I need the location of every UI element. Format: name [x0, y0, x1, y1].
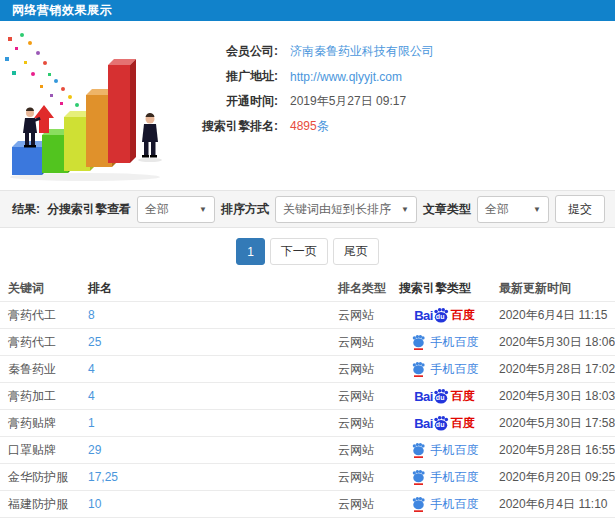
engine-rank-row: 搜索引擎排名: 4895条	[178, 114, 434, 139]
rank-type-cell: 云网站	[335, 334, 397, 351]
member-info-list: 会员公司: 济南秦鲁药业科技有限公司 推广地址: http://www.qlyy…	[178, 29, 434, 190]
rank-link[interactable]: 25	[85, 335, 335, 349]
engine-type-cell: Baidu百度 手机百度	[397, 307, 492, 324]
company-label: 会员公司:	[178, 43, 278, 60]
rank-link[interactable]: 17,25	[85, 470, 335, 484]
table-row: 秦鲁药业 4 云网站 Baidu百度 手机百度 2020年5月28日 17:02	[0, 355, 615, 382]
mobile-baidu-icon: 手机百度	[411, 469, 479, 486]
rank-link[interactable]: 4	[85, 389, 335, 403]
rank-link[interactable]: 1	[85, 416, 335, 430]
next-page-button[interactable]: 下一页	[270, 238, 328, 265]
sort-label: 排序方式	[221, 201, 269, 218]
engine-select[interactable]: 全部 ▼	[137, 196, 215, 223]
article-type-select-value: 全部	[485, 201, 509, 218]
engine-type-cell: Baidu百度 手机百度	[397, 442, 492, 459]
rank-link[interactable]: 29	[85, 443, 335, 457]
article-type-label: 文章类型	[423, 201, 471, 218]
promo-url-link[interactable]: http://www.qlyyjt.com	[290, 70, 402, 84]
keyword-cell: 膏药代工	[0, 307, 85, 324]
updated-cell: 2020年5月28日 16:55	[492, 442, 615, 459]
page-title: 网络营销效果展示	[12, 2, 112, 19]
updated-cell: 2020年6月20日 09:25	[492, 469, 615, 486]
submit-button[interactable]: 提交	[555, 195, 605, 223]
table-row: 口罩贴牌 29 云网站 Baidu百度 手机百度 2020年5月28日 16:5…	[0, 436, 615, 463]
baidu-logo-icon: Baidu百度	[414, 307, 475, 324]
rank-type-cell: 云网站	[335, 496, 397, 513]
rank-type-cell: 云网站	[335, 415, 397, 432]
filter-controls: 分搜索引擎查看 全部 ▼ 排序方式 关键词由短到长排序 ▼ 文章类型 全部 ▼ …	[47, 195, 605, 223]
keyword-cell: 口罩贴牌	[0, 442, 85, 459]
table-row: 金华防护服 17,25 云网站 Baidu百度 手机百度 2020年6月20日 …	[0, 463, 615, 490]
engine-type-cell: Baidu百度 手机百度	[397, 415, 492, 432]
table-row: 膏药代工 8 云网站 Baidu百度 手机百度 2020年6月4日 11:15	[0, 301, 615, 328]
header-rank: 排名	[85, 280, 335, 297]
filter-bar: 结果: 分搜索引擎查看 全部 ▼ 排序方式 关键词由短到长排序 ▼ 文章类型 全…	[0, 190, 615, 228]
keyword-cell: 膏药代工	[0, 334, 85, 351]
keyword-cell: 膏药贴牌	[0, 415, 85, 432]
mobile-baidu-icon: 手机百度	[411, 442, 479, 459]
baidu-logo-icon: Baidu百度	[414, 415, 475, 432]
growth-chart-illustration	[0, 29, 178, 184]
open-time-label: 开通时间:	[178, 93, 278, 110]
confetti-dots	[5, 33, 94, 123]
engine-type-cell: Baidu百度 手机百度	[397, 388, 492, 405]
engine-select-value: 全部	[145, 201, 169, 218]
pagination: 1 下一页 尾页	[0, 228, 615, 275]
member-info-section: 会员公司: 济南秦鲁药业科技有限公司 推广地址: http://www.qlyy…	[0, 21, 615, 190]
result-label: 结果:	[12, 201, 47, 218]
table-header-row: 关键词 排名 排名类型 搜索引擎类型 最新更新时间	[0, 275, 615, 301]
rank-unit: 条	[317, 119, 329, 133]
engine-type-cell: Baidu百度 手机百度	[397, 496, 492, 513]
keyword-cell: 金华防护服	[0, 469, 85, 486]
keyword-cell: 福建防护服	[0, 496, 85, 513]
promo-url-label: 推广地址:	[178, 68, 278, 85]
updated-cell: 2020年5月30日 17:58	[492, 415, 615, 432]
updated-cell: 2020年6月4日 11:10	[492, 496, 615, 513]
rank-type-cell: 云网站	[335, 307, 397, 324]
updated-cell: 2020年6月4日 11:15	[492, 307, 615, 324]
engine-type-cell: Baidu百度 手机百度	[397, 334, 492, 351]
updated-cell: 2020年5月30日 18:06	[492, 334, 615, 351]
results-table: 关键词 排名 排名类型 搜索引擎类型 最新更新时间 膏药代工 8 云网站 Bai…	[0, 275, 615, 520]
chevron-down-icon: ▼	[401, 205, 409, 214]
engine-rank-label: 搜索引擎排名:	[178, 118, 278, 135]
rank-type-cell: 云网站	[335, 388, 397, 405]
header-updated: 最新更新时间	[492, 280, 615, 297]
header-keyword: 关键词	[0, 280, 85, 297]
mobile-baidu-icon: 手机百度	[411, 334, 479, 351]
chevron-down-icon: ▼	[199, 205, 207, 214]
updated-cell: 2020年5月30日 18:03	[492, 388, 615, 405]
table-row: 膏药代工 25 云网站 Baidu百度 手机百度 2020年5月30日 18:0…	[0, 328, 615, 355]
rank-link[interactable]: 4	[85, 362, 335, 376]
rank-type-cell: 云网站	[335, 442, 397, 459]
page-title-bar: 网络营销效果展示	[0, 0, 615, 21]
rank-type-cell: 云网站	[335, 469, 397, 486]
baidu-logo-icon: Baidu百度	[414, 388, 475, 405]
rank-type-cell: 云网站	[335, 361, 397, 378]
engine-filter-label: 分搜索引擎查看	[47, 201, 131, 218]
company-row: 会员公司: 济南秦鲁药业科技有限公司	[178, 39, 434, 64]
open-time-value: 2019年5月27日 09:17	[290, 93, 406, 110]
sort-select[interactable]: 关键词由短到长排序 ▼	[275, 196, 417, 223]
rank-link[interactable]: 8	[85, 308, 335, 322]
promo-url-row: 推广地址: http://www.qlyyjt.com	[178, 64, 434, 89]
engine-rank-value: 4895条	[290, 118, 329, 135]
keyword-cell: 秦鲁药业	[0, 361, 85, 378]
last-page-button[interactable]: 尾页	[333, 238, 379, 265]
engine-type-cell: Baidu百度 手机百度	[397, 469, 492, 486]
sort-select-value: 关键词由短到长排序	[283, 201, 391, 218]
article-type-select[interactable]: 全部 ▼	[477, 196, 549, 223]
engine-type-cell: Baidu百度 手机百度	[397, 361, 492, 378]
table-row: 福建防护服 10 云网站 Baidu百度 手机百度 2020年6月4日 11:1…	[0, 490, 615, 517]
businessman-right	[138, 113, 162, 162]
table-row: 膏药贴牌 1 云网站 Baidu百度 手机百度 2020年5月30日 17:58	[0, 409, 615, 436]
page-1-button[interactable]: 1	[236, 238, 265, 265]
table-row: 膏药加工 4 云网站 Baidu百度 手机百度 2020年5月30日 18:03	[0, 382, 615, 409]
header-rank-type: 排名类型	[335, 280, 397, 297]
open-time-row: 开通时间: 2019年5月27日 09:17	[178, 89, 434, 114]
company-link[interactable]: 济南秦鲁药业科技有限公司	[290, 43, 434, 60]
chevron-down-icon: ▼	[533, 205, 541, 214]
rank-link[interactable]: 10	[85, 497, 335, 511]
updated-cell: 2020年5月28日 17:02	[492, 361, 615, 378]
mobile-baidu-icon: 手机百度	[411, 496, 479, 513]
